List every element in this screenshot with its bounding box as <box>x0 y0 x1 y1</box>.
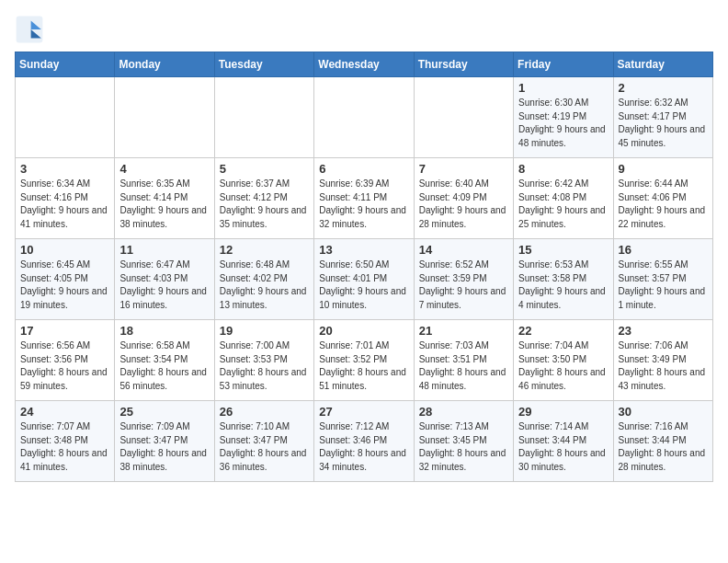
day-number: 25 <box>119 405 209 419</box>
calendar-cell: 18Sunrise: 6:58 AM Sunset: 3:54 PM Dayli… <box>115 320 214 401</box>
day-number: 26 <box>220 405 309 419</box>
calendar-cell: 15Sunrise: 6:53 AM Sunset: 3:58 PM Dayli… <box>514 239 613 320</box>
calendar-week-3: 10Sunrise: 6:45 AM Sunset: 4:05 PM Dayli… <box>16 239 713 320</box>
calendar-cell: 24Sunrise: 7:07 AM Sunset: 3:48 PM Dayli… <box>16 401 115 482</box>
calendar-cell: 19Sunrise: 7:00 AM Sunset: 3:53 PM Dayli… <box>214 320 313 401</box>
day-number: 21 <box>419 324 508 338</box>
calendar-cell: 21Sunrise: 7:03 AM Sunset: 3:51 PM Dayli… <box>414 320 513 401</box>
logo-icon <box>15 15 44 44</box>
day-number: 14 <box>419 243 508 257</box>
day-number: 17 <box>20 324 109 338</box>
day-number: 3 <box>20 162 109 176</box>
calendar-cell: 17Sunrise: 6:56 AM Sunset: 3:56 PM Dayli… <box>16 320 115 401</box>
day-info: Sunrise: 7:06 AM Sunset: 3:49 PM Dayligh… <box>619 339 708 393</box>
logo <box>15 15 48 44</box>
day-number: 1 <box>518 81 608 95</box>
day-info: Sunrise: 6:48 AM Sunset: 4:02 PM Dayligh… <box>220 259 309 312</box>
day-info: Sunrise: 6:55 AM Sunset: 3:57 PM Dayligh… <box>619 259 708 312</box>
day-number: 8 <box>518 162 608 176</box>
day-info: Sunrise: 6:58 AM Sunset: 3:54 PM Dayligh… <box>119 339 209 393</box>
day-info: Sunrise: 7:12 AM Sunset: 3:46 PM Dayligh… <box>319 420 408 474</box>
day-info: Sunrise: 6:47 AM Sunset: 4:03 PM Dayligh… <box>119 259 209 312</box>
day-number: 11 <box>119 243 209 257</box>
day-info: Sunrise: 6:37 AM Sunset: 4:12 PM Dayligh… <box>220 178 309 231</box>
day-info: Sunrise: 6:39 AM Sunset: 4:11 PM Dayligh… <box>319 178 408 231</box>
day-info: Sunrise: 6:32 AM Sunset: 4:17 PM Dayligh… <box>619 97 708 150</box>
day-header-tuesday: Tuesday <box>214 52 313 77</box>
calendar-cell: 2Sunrise: 6:32 AM Sunset: 4:17 PM Daylig… <box>613 77 712 158</box>
calendar-cell: 9Sunrise: 6:44 AM Sunset: 4:06 PM Daylig… <box>613 158 712 239</box>
day-info: Sunrise: 6:56 AM Sunset: 3:56 PM Dayligh… <box>20 339 109 393</box>
day-info: Sunrise: 6:42 AM Sunset: 4:08 PM Dayligh… <box>518 178 608 231</box>
day-info: Sunrise: 7:13 AM Sunset: 3:45 PM Dayligh… <box>419 420 508 474</box>
calendar-cell: 22Sunrise: 7:04 AM Sunset: 3:50 PM Dayli… <box>514 320 613 401</box>
day-number: 5 <box>220 162 309 176</box>
day-info: Sunrise: 6:30 AM Sunset: 4:19 PM Dayligh… <box>518 97 608 150</box>
calendar-cell: 27Sunrise: 7:12 AM Sunset: 3:46 PM Dayli… <box>314 401 414 482</box>
calendar-cell: 25Sunrise: 7:09 AM Sunset: 3:47 PM Dayli… <box>115 401 214 482</box>
day-info: Sunrise: 6:35 AM Sunset: 4:14 PM Dayligh… <box>119 178 209 231</box>
day-info: Sunrise: 6:40 AM Sunset: 4:09 PM Dayligh… <box>419 178 508 231</box>
day-number: 2 <box>619 81 708 95</box>
day-info: Sunrise: 6:45 AM Sunset: 4:05 PM Dayligh… <box>20 259 109 312</box>
day-number: 9 <box>619 162 708 176</box>
day-number: 28 <box>419 405 508 419</box>
day-info: Sunrise: 7:16 AM Sunset: 3:44 PM Dayligh… <box>619 420 708 474</box>
day-header-sunday: Sunday <box>16 52 115 77</box>
calendar-cell: 11Sunrise: 6:47 AM Sunset: 4:03 PM Dayli… <box>115 239 214 320</box>
day-number: 18 <box>119 324 209 338</box>
calendar-cell: 7Sunrise: 6:40 AM Sunset: 4:09 PM Daylig… <box>414 158 513 239</box>
calendar-week-5: 24Sunrise: 7:07 AM Sunset: 3:48 PM Dayli… <box>16 401 713 482</box>
calendar-week-2: 3Sunrise: 6:34 AM Sunset: 4:16 PM Daylig… <box>16 158 713 239</box>
calendar-cell: 4Sunrise: 6:35 AM Sunset: 4:14 PM Daylig… <box>115 158 214 239</box>
day-number: 6 <box>319 162 408 176</box>
day-number: 27 <box>319 405 408 419</box>
calendar-cell: 3Sunrise: 6:34 AM Sunset: 4:16 PM Daylig… <box>16 158 115 239</box>
day-number: 19 <box>220 324 309 338</box>
day-number: 29 <box>518 405 608 419</box>
day-number: 22 <box>518 324 608 338</box>
calendar-cell: 5Sunrise: 6:37 AM Sunset: 4:12 PM Daylig… <box>214 158 313 239</box>
calendar-cell: 8Sunrise: 6:42 AM Sunset: 4:08 PM Daylig… <box>514 158 613 239</box>
calendar-cell: 12Sunrise: 6:48 AM Sunset: 4:02 PM Dayli… <box>214 239 313 320</box>
calendar-week-1: 1Sunrise: 6:30 AM Sunset: 4:19 PM Daylig… <box>16 77 713 158</box>
day-header-thursday: Thursday <box>414 52 513 77</box>
day-info: Sunrise: 7:09 AM Sunset: 3:47 PM Dayligh… <box>119 420 209 474</box>
day-number: 12 <box>220 243 309 257</box>
day-header-wednesday: Wednesday <box>314 52 414 77</box>
calendar-header-row: SundayMondayTuesdayWednesdayThursdayFrid… <box>16 52 713 77</box>
calendar-cell: 13Sunrise: 6:50 AM Sunset: 4:01 PM Dayli… <box>314 239 414 320</box>
day-info: Sunrise: 7:03 AM Sunset: 3:51 PM Dayligh… <box>419 339 508 393</box>
day-number: 30 <box>619 405 708 419</box>
day-number: 23 <box>619 324 708 338</box>
calendar-cell: 29Sunrise: 7:14 AM Sunset: 3:44 PM Dayli… <box>514 401 613 482</box>
day-info: Sunrise: 6:50 AM Sunset: 4:01 PM Dayligh… <box>319 259 408 312</box>
day-info: Sunrise: 7:14 AM Sunset: 3:44 PM Dayligh… <box>518 420 608 474</box>
calendar-cell: 30Sunrise: 7:16 AM Sunset: 3:44 PM Dayli… <box>613 401 712 482</box>
day-header-saturday: Saturday <box>613 52 712 77</box>
day-info: Sunrise: 6:53 AM Sunset: 3:58 PM Dayligh… <box>518 259 608 312</box>
calendar-cell: 23Sunrise: 7:06 AM Sunset: 3:49 PM Dayli… <box>613 320 712 401</box>
day-info: Sunrise: 6:34 AM Sunset: 4:16 PM Dayligh… <box>20 178 109 231</box>
calendar-cell <box>115 77 214 158</box>
day-number: 10 <box>20 243 109 257</box>
calendar-cell: 1Sunrise: 6:30 AM Sunset: 4:19 PM Daylig… <box>514 77 613 158</box>
day-info: Sunrise: 6:44 AM Sunset: 4:06 PM Dayligh… <box>619 178 708 231</box>
calendar-cell <box>16 77 115 158</box>
day-info: Sunrise: 7:10 AM Sunset: 3:47 PM Dayligh… <box>220 420 309 474</box>
calendar-cell: 16Sunrise: 6:55 AM Sunset: 3:57 PM Dayli… <box>613 239 712 320</box>
day-number: 7 <box>419 162 508 176</box>
calendar-cell <box>314 77 414 158</box>
day-info: Sunrise: 7:00 AM Sunset: 3:53 PM Dayligh… <box>220 339 309 393</box>
day-number: 16 <box>619 243 708 257</box>
day-info: Sunrise: 7:07 AM Sunset: 3:48 PM Dayligh… <box>20 420 109 474</box>
page-header <box>15 15 713 44</box>
day-header-friday: Friday <box>514 52 613 77</box>
day-info: Sunrise: 7:01 AM Sunset: 3:52 PM Dayligh… <box>319 339 408 393</box>
calendar-cell: 6Sunrise: 6:39 AM Sunset: 4:11 PM Daylig… <box>314 158 414 239</box>
day-info: Sunrise: 7:04 AM Sunset: 3:50 PM Dayligh… <box>518 339 608 393</box>
day-number: 24 <box>20 405 109 419</box>
day-number: 15 <box>518 243 608 257</box>
day-number: 20 <box>319 324 408 338</box>
calendar-cell: 10Sunrise: 6:45 AM Sunset: 4:05 PM Dayli… <box>16 239 115 320</box>
